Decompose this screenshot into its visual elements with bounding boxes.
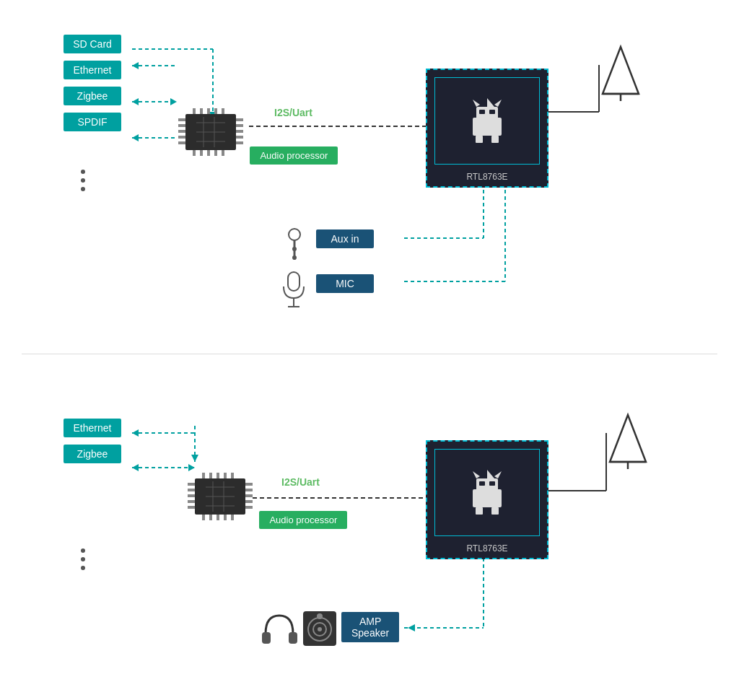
svg-marker-107	[494, 471, 502, 478]
svg-marker-22	[191, 455, 198, 462]
svg-rect-49	[200, 150, 203, 156]
svg-rect-88	[202, 473, 205, 478]
svg-marker-7	[170, 98, 177, 105]
svg-point-72	[292, 247, 297, 251]
svg-rect-97	[231, 515, 234, 520]
svg-rect-108	[479, 481, 485, 486]
dots-2	[81, 548, 85, 570]
rtl-chip-name-1: RTL8763E	[427, 172, 547, 182]
svg-rect-84	[245, 489, 253, 491]
svg-rect-58	[473, 118, 502, 136]
spdif-label: SPDIF	[64, 113, 121, 131]
dots-1	[81, 170, 85, 191]
svg-rect-45	[207, 108, 210, 114]
svg-rect-37	[178, 141, 185, 144]
antenna-svg-1	[599, 43, 642, 101]
svg-rect-47	[222, 108, 224, 114]
sdcard-label: SD Card	[64, 35, 121, 53]
audio-processor-label-1: Audio processor	[250, 146, 338, 165]
svg-rect-34	[178, 124, 185, 127]
svg-rect-64	[489, 110, 495, 114]
audio-processor-label-2: Audio processor	[259, 511, 347, 529]
aux-icon-1	[280, 227, 309, 266]
svg-rect-66	[491, 136, 499, 143]
rtl-chip-2: RTL8763E	[426, 440, 548, 559]
i2s-label-2: I2S/Uart	[281, 476, 320, 488]
svg-rect-110	[476, 507, 483, 515]
svg-rect-90	[217, 473, 219, 478]
svg-rect-48	[193, 150, 196, 156]
svg-point-120	[318, 627, 322, 631]
svg-marker-60	[473, 100, 480, 107]
svg-rect-95	[217, 515, 219, 520]
aux-jack-svg	[280, 227, 309, 263]
svg-rect-91	[224, 473, 227, 478]
i2s-label-1: I2S/Uart	[274, 107, 312, 118]
svg-rect-38	[236, 118, 243, 121]
svg-rect-86	[245, 500, 253, 503]
svg-marker-105	[473, 471, 480, 478]
svg-rect-42	[236, 141, 243, 144]
rtl-chip-1: RTL8763E	[426, 69, 548, 188]
svg-rect-40	[236, 130, 243, 133]
svg-marker-29	[408, 624, 415, 631]
aux-in-label: Aux in	[316, 229, 374, 248]
amc-logo-1	[458, 96, 516, 146]
ethernet-label-2: Ethernet	[64, 419, 121, 437]
svg-rect-92	[231, 473, 234, 478]
svg-rect-36	[178, 136, 185, 139]
svg-rect-109	[489, 481, 495, 486]
ethernet-label: Ethernet	[64, 61, 121, 79]
svg-marker-6	[132, 98, 139, 105]
svg-rect-81	[188, 500, 195, 503]
svg-rect-103	[473, 489, 502, 507]
svg-rect-87	[245, 506, 253, 509]
svg-rect-44	[200, 108, 203, 114]
amc-logo-2	[458, 468, 516, 518]
speaker-icon-2	[302, 610, 338, 650]
svg-marker-112	[610, 415, 646, 462]
svg-rect-94	[209, 515, 212, 520]
svg-point-73	[292, 255, 297, 260]
svg-rect-96	[224, 515, 227, 520]
svg-rect-116	[289, 632, 297, 644]
svg-rect-33	[178, 118, 185, 121]
svg-rect-63	[479, 110, 485, 114]
svg-rect-50	[207, 150, 210, 156]
mic-icon-1	[278, 271, 310, 313]
svg-rect-79	[188, 489, 195, 491]
audio-processor-2: Audio processor	[184, 473, 347, 529]
svg-marker-67	[603, 47, 639, 94]
svg-rect-78	[188, 483, 195, 486]
svg-rect-39	[236, 124, 243, 127]
zigbee-label-2: Zigbee	[64, 445, 121, 463]
mic-svg	[278, 271, 310, 310]
svg-rect-85	[245, 494, 253, 497]
svg-rect-111	[491, 507, 499, 515]
divider	[22, 354, 717, 354]
rtl-chip-name-2: RTL8763E	[427, 543, 547, 554]
svg-marker-9	[132, 134, 139, 141]
svg-rect-80	[188, 494, 195, 497]
audio-chip-svg-2	[184, 473, 256, 523]
svg-rect-115	[262, 632, 271, 644]
zigbee-label: Zigbee	[64, 87, 121, 105]
antenna-2	[606, 411, 650, 472]
svg-marker-106	[487, 470, 494, 478]
svg-point-121	[317, 613, 323, 619]
headphone-svg	[260, 612, 299, 648]
svg-rect-52	[222, 150, 224, 156]
audio-processor-1: Audio processor	[175, 108, 338, 165]
svg-rect-43	[193, 108, 196, 114]
speaker-svg	[302, 610, 338, 647]
antenna-1	[599, 43, 642, 104]
main-container: SD Card Ethernet Zigbee SPDIF	[0, 0, 739, 700]
svg-marker-24	[132, 464, 139, 471]
svg-rect-46	[214, 108, 217, 114]
svg-marker-25	[188, 464, 195, 471]
svg-point-70	[289, 229, 300, 240]
audio-chip-svg-1	[175, 108, 247, 159]
svg-marker-61	[487, 98, 494, 107]
mic-label-1: MIC	[316, 274, 374, 293]
svg-rect-74	[288, 272, 299, 291]
